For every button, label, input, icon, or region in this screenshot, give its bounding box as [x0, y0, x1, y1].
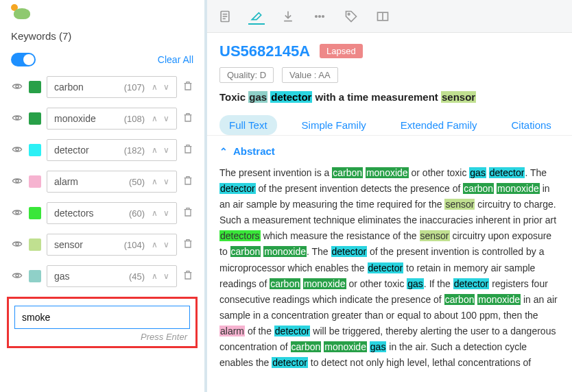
highlight: detector	[331, 246, 368, 257]
clear-all-link[interactable]: Clear All	[158, 54, 193, 65]
eye-icon[interactable]	[11, 207, 23, 220]
color-swatch[interactable]	[29, 81, 41, 93]
keyword-input-highlight: Press Enter	[7, 297, 198, 348]
chevron-up-icon[interactable]: ∧	[149, 271, 160, 281]
color-swatch[interactable]	[29, 270, 41, 282]
svg-point-0	[16, 85, 19, 88]
doc-tabs: Full TextSimple FamilyExtended FamilyCit…	[207, 107, 572, 136]
highlight: carbon	[230, 246, 261, 257]
highlight: monoxide	[366, 167, 409, 178]
eye-icon[interactable]	[11, 238, 23, 252]
toolbar	[207, 0, 572, 33]
abstract-toggle[interactable]: Abstract	[219, 145, 560, 157]
chevron-down-icon[interactable]: ∨	[160, 177, 172, 186]
app-logo	[8, 3, 36, 21]
eye-icon[interactable]	[11, 144, 23, 157]
document-icon[interactable]	[217, 8, 233, 25]
keyword-box[interactable]: alarm(50)∧∨	[47, 171, 177, 193]
keyword-box[interactable]: carbon(107)∧∨	[47, 76, 177, 98]
keyword-row: alarm(50)∧∨	[11, 171, 193, 193]
chevron-down-icon[interactable]: ∨	[160, 271, 172, 281]
main-panel: US5682145A Lapsed Quality: D Value : AA …	[207, 0, 572, 392]
color-swatch[interactable]	[29, 144, 41, 156]
chevron-down-icon[interactable]: ∨	[160, 114, 172, 123]
doc-id[interactable]: US5682145A	[219, 42, 310, 60]
chevron-down-icon[interactable]: ∨	[160, 208, 172, 218]
keyword-count: (50)	[129, 177, 145, 187]
keywords-title: Keywords (7)	[11, 30, 71, 42]
options-icon[interactable]	[311, 8, 328, 25]
highlight: monoxide	[324, 341, 367, 352]
keyword-input[interactable]	[14, 306, 190, 329]
keyword-label: sensor	[54, 239, 124, 250]
color-swatch[interactable]	[29, 175, 41, 188]
trash-icon[interactable]	[182, 80, 193, 94]
chevron-up-icon[interactable]: ∧	[149, 145, 160, 155]
highlight: monoxide	[497, 183, 540, 194]
highlight: monoxide	[263, 246, 307, 257]
keywords-list: carbon(107)∧∨monoxide(108)∧∨detector(182…	[0, 76, 204, 297]
keyword-box[interactable]: gas(45)∧∨	[47, 265, 177, 287]
trash-icon[interactable]	[182, 175, 193, 188]
keyword-row: detector(182)∧∨	[11, 139, 193, 161]
color-swatch[interactable]	[29, 207, 41, 219]
keyword-count: (107)	[124, 82, 145, 93]
keyword-input-hint: Press Enter	[14, 332, 190, 342]
chevron-down-icon[interactable]: ∨	[160, 82, 172, 92]
chevron-up-icon[interactable]: ∧	[149, 208, 160, 218]
keywords-toggle[interactable]	[11, 53, 36, 66]
tab-extended-family[interactable]: Extended Family	[391, 115, 487, 135]
trash-icon[interactable]	[182, 238, 193, 252]
logo-bar	[0, 0, 204, 25]
color-swatch[interactable]	[29, 238, 41, 251]
tab-simple-family[interactable]: Simple Family	[292, 115, 376, 135]
chevron-up-icon[interactable]: ∧	[149, 114, 160, 123]
tab-citations[interactable]: Citations	[501, 115, 560, 135]
keyword-label: gas	[54, 271, 129, 282]
svg-point-5	[16, 243, 19, 245]
highlight-icon[interactable]	[248, 8, 265, 25]
trash-icon[interactable]	[182, 112, 193, 125]
highlight: detector	[489, 167, 525, 178]
keyword-box[interactable]: sensor(104)∧∨	[47, 234, 177, 256]
highlight: detector	[453, 278, 490, 289]
chevron-up-icon[interactable]: ∧	[149, 82, 160, 92]
chevron-up-icon[interactable]: ∧	[149, 240, 160, 249]
download-icon[interactable]	[280, 8, 296, 25]
keyword-row: detectors(60)∧∨	[11, 202, 193, 224]
tab-full-text[interactable]: Full Text	[219, 115, 277, 135]
hl-detector: detector	[270, 91, 312, 103]
keyword-box[interactable]: detector(182)∧∨	[47, 139, 177, 161]
highlight: carbon	[291, 341, 322, 352]
svg-point-1	[16, 117, 19, 119]
keyword-box[interactable]: monoxide(108)∧∨	[47, 108, 177, 130]
trash-icon[interactable]	[182, 206, 193, 220]
trash-icon[interactable]	[182, 143, 193, 157]
abstract-section: Abstract The present invention is a carb…	[207, 136, 572, 392]
keyword-label: carbon	[54, 82, 124, 93]
keyword-box[interactable]: detectors(60)∧∨	[47, 202, 177, 224]
hl-sensor: sensor	[441, 91, 476, 103]
svg-point-11	[315, 15, 318, 17]
eye-icon[interactable]	[11, 175, 23, 188]
color-swatch[interactable]	[29, 112, 41, 125]
highlight: carbon	[270, 278, 300, 289]
keyword-count: (108)	[124, 114, 145, 124]
chevron-up-icon[interactable]: ∧	[149, 177, 160, 186]
highlight: detector	[272, 357, 308, 368]
highlight: detectors	[219, 230, 261, 241]
chevron-down-icon[interactable]: ∨	[160, 240, 172, 249]
keyword-count: (60)	[129, 208, 145, 219]
trash-icon[interactable]	[182, 269, 193, 283]
chevron-down-icon[interactable]: ∨	[160, 145, 172, 155]
highlight: monoxide	[303, 278, 346, 289]
eye-icon[interactable]	[11, 270, 23, 283]
eye-icon[interactable]	[11, 112, 23, 125]
keyword-count: (104)	[124, 240, 145, 250]
eye-icon[interactable]	[11, 81, 23, 94]
keyword-row: gas(45)∧∨	[11, 265, 193, 287]
svg-point-4	[16, 211, 19, 214]
highlight: gas	[407, 278, 424, 289]
tag-icon[interactable]	[343, 8, 359, 25]
split-view-icon[interactable]	[374, 8, 391, 25]
